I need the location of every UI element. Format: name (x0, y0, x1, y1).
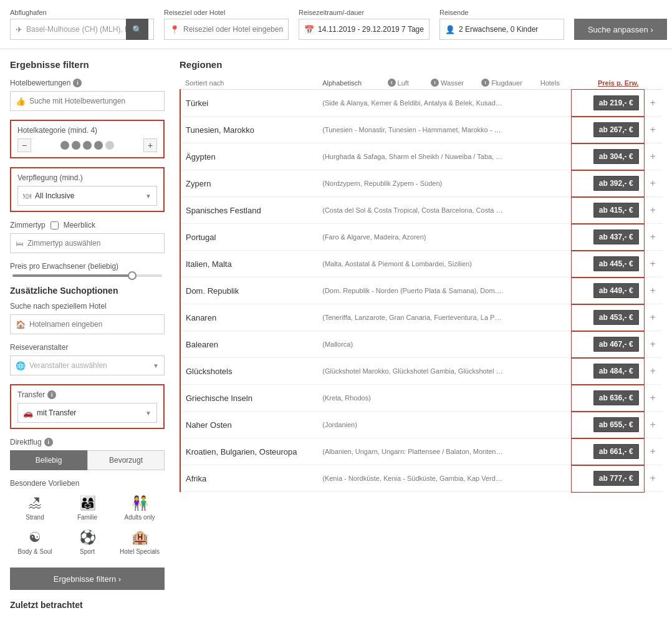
table-row[interactable]: Ägypten (Hurghada & Safaga, Sharm el She… (180, 143, 662, 170)
region-price-cell[interactable]: ab 445,- € (572, 251, 644, 278)
abflughafen-search-btn[interactable]: 🔍 (126, 19, 148, 40)
slider-fill (12, 274, 132, 277)
region-name-cell: Italien, Malta (180, 251, 317, 278)
direktflug-beliebig-btn[interactable]: Beliebig (10, 450, 87, 470)
region-price-cell[interactable]: ab 449,- € (572, 278, 644, 304)
meerblick-checkbox[interactable] (50, 221, 59, 229)
regionen-tbody: Türkei (Side & Alanya, Kemer & Beldibi, … (180, 90, 662, 492)
hotelkategorie-label: Hotelkategorie (mind. 4) (17, 126, 157, 135)
suche-anpassen-button[interactable]: Suche anpassen › (574, 19, 667, 40)
verpflegung-select-wrap[interactable]: 🍽 All Inclusive Halbpension Vollpension … (17, 186, 157, 206)
table-row[interactable]: Griechische Inseln (Kreta, Rhodos) ab 63… (180, 385, 662, 412)
zimmertyp-input[interactable] (27, 239, 159, 248)
reiseveranstalter-select-wrap[interactable]: 🌐 Veranstalter auswählen ▼ (10, 355, 165, 375)
region-plus-btn[interactable]: + (644, 143, 662, 170)
vorliebe-sport[interactable]: ⚽ Sport (62, 527, 112, 558)
region-price-cell[interactable]: ab 655,- € (572, 412, 644, 438)
region-price-cell[interactable]: ab 777,- € (572, 465, 644, 492)
region-plus-btn[interactable]: + (644, 117, 662, 143)
region-plus-btn[interactable]: + (644, 278, 662, 304)
region-plus-btn[interactable]: + (644, 331, 662, 358)
region-price-cell[interactable]: ab 415,- € (572, 197, 644, 224)
region-plus-btn[interactable]: + (644, 358, 662, 385)
hotel-suche-input-wrap[interactable]: 🏠 (10, 314, 165, 334)
table-row[interactable]: Glückshotels (Glückshotel Marokko, Glück… (180, 358, 662, 385)
stars-minus-btn[interactable]: − (17, 138, 31, 152)
hotelbewertungen-info-icon[interactable]: i (73, 79, 82, 87)
price-slider[interactable] (10, 274, 165, 277)
vorliebe-strand[interactable]: 🏖 Strand (10, 493, 60, 523)
region-plus-btn[interactable]: + (644, 90, 662, 117)
reisezeitraum-input-wrap[interactable]: 📅 14.11.2019 - 29.12.2019 7 Tage (299, 19, 430, 40)
regionen-title: Regionen (180, 59, 662, 70)
region-price-cell[interactable]: ab 484,- € (572, 358, 644, 385)
vorliebe-adults-only[interactable]: 👫 Adults only (115, 493, 165, 523)
reiseziel-input-wrap[interactable]: 📍 (164, 19, 289, 40)
table-row[interactable]: Kanaren (Teneriffa, Lanzarote, Gran Cana… (180, 304, 662, 331)
vorliebe-familie[interactable]: 👨‍👩‍👧 Familie (62, 493, 112, 523)
direktflug-bevorzugt-btn[interactable]: Bevorzugt (87, 450, 165, 470)
region-plus-btn[interactable]: + (644, 251, 662, 278)
hotelkategorie-box: Hotelkategorie (mind. 4) − + (10, 120, 165, 158)
table-row[interactable]: Italien, Malta (Malta, Aostatal & Piemon… (180, 251, 662, 278)
vorliebe-hotel-specials[interactable]: 🏨 Hotel Specials (115, 527, 165, 558)
region-price-cell[interactable]: ab 467,- € (572, 331, 644, 358)
ergebnisse-filtern-button[interactable]: Ergebnisse filtern › (10, 567, 165, 590)
zimmertyp-input-wrap[interactable]: 🛏 (10, 233, 165, 253)
region-plus-btn[interactable]: + (644, 438, 662, 465)
abflughafen-input[interactable] (26, 25, 126, 34)
region-price-cell[interactable]: ab 661,- € (572, 438, 644, 465)
region-plus-btn[interactable]: + (644, 465, 662, 492)
region-price-cell[interactable]: ab 304,- € (572, 143, 644, 170)
direktflug-label: Direktflug (10, 438, 42, 447)
table-row[interactable]: Portugal (Faro & Algarve, Madeira, Azore… (180, 224, 662, 251)
table-row[interactable]: Spanisches Festland (Costa del Sol & Cos… (180, 197, 662, 224)
table-row[interactable]: Türkei (Side & Alanya, Kemer & Beldibi, … (180, 90, 662, 117)
stars-plus-btn[interactable]: + (143, 138, 157, 152)
transfer-select-wrap[interactable]: 🚗 mit Transfer ohne Transfer Beliebig ▼ (17, 403, 157, 423)
flugdauer-info-icon[interactable]: i (481, 79, 489, 87)
table-row[interactable]: Dom. Republik (Dom. Republik - Norden (P… (180, 278, 662, 304)
transfer-info-icon[interactable]: i (47, 390, 56, 399)
direktflug-info-icon[interactable]: i (44, 438, 53, 447)
region-price-cell[interactable]: ab 392,- € (572, 170, 644, 197)
luft-info-icon[interactable]: i (388, 79, 396, 87)
region-price-cell[interactable]: ab 219,- € (572, 90, 644, 117)
vorliebe-body-soul[interactable]: ☯ Body & Soul (10, 527, 60, 558)
wasser-info-icon[interactable]: i (431, 79, 439, 87)
hotelbewertungen-input-wrap[interactable]: 👍 (10, 91, 165, 111)
region-name-cell: Kanaren (180, 304, 317, 331)
direktflug-btn-group: Beliebig Bevorzugt (10, 450, 165, 470)
table-row[interactable]: Tunesien, Marokko (Tunesien - Monastir, … (180, 117, 662, 143)
reiseveranstalter-select[interactable]: Veranstalter auswählen (29, 361, 153, 370)
transfer-select[interactable]: mit Transfer ohne Transfer Beliebig (37, 408, 145, 417)
table-row[interactable]: Naher Osten (Jordanien) ab 655,- € + (180, 412, 662, 438)
region-price-cell[interactable]: ab 267,- € (572, 117, 644, 143)
table-row[interactable]: Afrika (Kenia - Nordküste, Kenia - Südkü… (180, 465, 662, 492)
col-header-preis[interactable]: Preis p. Erw. (572, 76, 644, 90)
verpflegung-select[interactable]: All Inclusive Halbpension Vollpension Fr… (35, 191, 145, 200)
region-price-cell[interactable]: ab 437,- € (572, 224, 644, 251)
table-row[interactable]: Balearen (Mallorca) ab 467,- € + (180, 331, 662, 358)
region-plus-btn[interactable]: + (644, 385, 662, 412)
region-plus-btn[interactable]: + (644, 197, 662, 224)
region-price-cell[interactable]: ab 636,- € (572, 385, 644, 412)
reisende-input-wrap[interactable]: 👤 2 Erwachsene, 0 Kinder (439, 19, 564, 40)
table-row[interactable]: Zypern (Nordzypern, Republik Zypern - Sü… (180, 170, 662, 197)
region-price-cell[interactable]: ab 453,- € (572, 304, 644, 331)
slider-thumb[interactable] (128, 271, 137, 280)
hotelbewertungen-label: Hotelbewertungen (10, 79, 70, 87)
region-plus-btn[interactable]: + (644, 170, 662, 197)
region-plus-btn[interactable]: + (644, 224, 662, 251)
hotel-suche-input[interactable] (29, 320, 159, 329)
reiseziel-input[interactable] (183, 25, 283, 34)
table-row[interactable]: Kroatien, Bulgarien, Osteuropa (Albanien… (180, 438, 662, 465)
abflughafen-input-wrap[interactable]: ✈ 🔍 (10, 19, 154, 40)
hotelbewertungen-input[interactable] (29, 97, 159, 105)
col-header-alphabetisch[interactable]: Alphabetisch (317, 76, 382, 90)
direktflug-section: Direktflug i Beliebig Bevorzugt (10, 438, 165, 470)
plane-icon: ✈ (16, 25, 22, 34)
region-plus-btn[interactable]: + (644, 304, 662, 331)
region-plus-btn[interactable]: + (644, 412, 662, 438)
region-name-cell: Dom. Republik (180, 278, 317, 304)
